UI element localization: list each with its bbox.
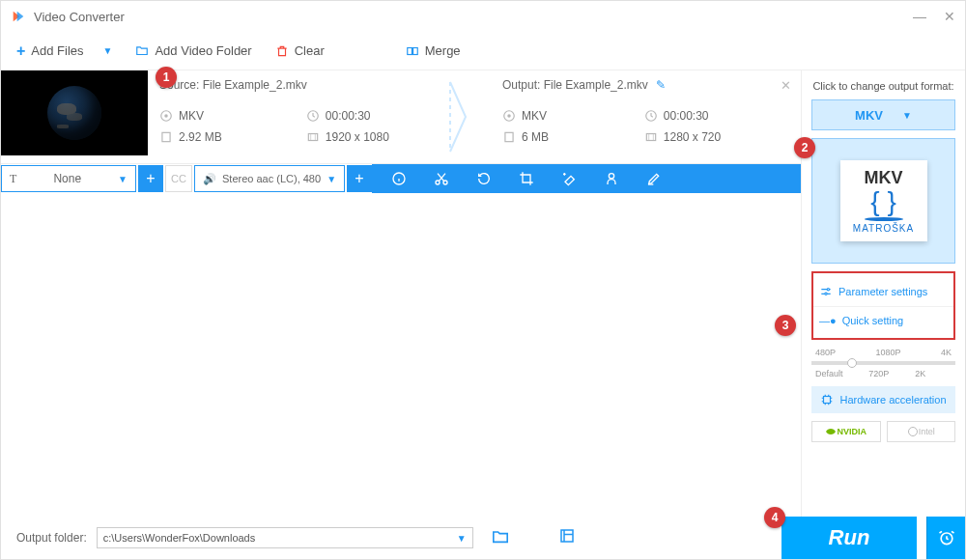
format-hint-label: Click to change output format: (811, 80, 955, 92)
format-icon (159, 109, 173, 123)
watermark-icon[interactable] (604, 171, 619, 186)
clear-label: Clear (295, 43, 325, 58)
subtitle-select[interactable]: T None ▼ (1, 165, 136, 192)
speaker-icon: 🔊 (203, 173, 216, 185)
settings-box: Parameter settings —● Quick setting (811, 271, 955, 340)
resolution-icon (306, 130, 320, 144)
svg-point-15 (609, 174, 613, 179)
add-folder-button[interactable]: Add Video Folder (135, 43, 251, 58)
format-select[interactable]: MKV ▼ (811, 99, 955, 130)
plus-icon: + (16, 42, 25, 60)
file-icon (159, 130, 173, 144)
toolbar: + Add Files ▼ Add Video Folder Clear Mer… (1, 32, 965, 70)
format-value: MKV (855, 108, 883, 123)
video-thumbnail[interactable] (1, 70, 148, 155)
svg-point-17 (825, 293, 827, 294)
svg-rect-0 (408, 47, 412, 54)
parameter-settings-button[interactable]: Parameter settings (813, 277, 953, 306)
dot-icon: —● (819, 315, 837, 326)
crop-icon[interactable] (519, 171, 534, 186)
browse-folder-icon[interactable] (491, 528, 510, 547)
svg-point-3 (164, 114, 168, 118)
quick-setting-button[interactable]: —● Quick setting (813, 306, 953, 334)
format-tile[interactable]: MKV { } MATROŠKA (811, 138, 955, 264)
window-controls: — ✕ (913, 9, 955, 24)
svg-point-19 (908, 428, 917, 436)
app-logo-icon (11, 9, 26, 24)
effects-icon[interactable] (561, 171, 577, 186)
chip-icon (820, 393, 834, 406)
output-format: MKV (502, 109, 617, 123)
add-audio-button[interactable]: + (347, 165, 372, 192)
svg-rect-11 (646, 134, 655, 141)
info-icon[interactable] (391, 171, 407, 186)
close-button[interactable]: ✕ (944, 9, 955, 24)
chevron-down-icon: ▼ (118, 174, 128, 184)
trash-icon (275, 44, 289, 58)
file-icon (502, 130, 516, 144)
app-title: Video Converter (34, 10, 125, 24)
chevron-down-icon: ▼ (457, 533, 467, 544)
mkv-logo: MKV { } MATROŠKA (840, 160, 927, 241)
source-format: MKV (159, 109, 279, 123)
svg-rect-6 (308, 134, 317, 141)
edit-output-icon[interactable]: ✎ (656, 78, 666, 92)
nvidia-badge[interactable]: NVIDIA (811, 421, 881, 442)
output-options-icon[interactable] (558, 527, 576, 548)
merge-button[interactable]: Merge (406, 43, 461, 58)
intel-icon (907, 426, 919, 437)
output-folder-input[interactable]: c:\Users\WonderFox\Downloads ▼ (97, 527, 473, 548)
resolution-icon (644, 130, 658, 144)
edit-tools (372, 171, 801, 186)
run-button[interactable]: Run (781, 517, 917, 559)
clock-icon (644, 109, 658, 123)
clock-icon (306, 109, 320, 123)
quick-setting-label: Quick setting (842, 315, 904, 326)
minimize-button[interactable]: — (913, 9, 926, 24)
format-icon (502, 109, 516, 123)
quality-slider[interactable]: 480P 1080P 4K Default 720P 2K (811, 348, 955, 378)
file-info: Source: File Example_2.mkv MKV 00:00:30 … (148, 70, 801, 163)
braces-icon: { } (840, 188, 927, 215)
alarm-icon (937, 528, 956, 547)
clear-button[interactable]: Clear (275, 43, 325, 58)
footer: Output folder: c:\Users\WonderFox\Downlo… (1, 517, 965, 559)
main-area: Source: File Example_2.mkv MKV 00:00:30 … (1, 70, 965, 517)
output-label: Output: File Example_2.mkv ✎ (502, 78, 789, 92)
add-subtitle-button[interactable]: + (138, 165, 163, 192)
output-resolution: 1280 x 720 (644, 130, 789, 144)
source-label: Source: File Example_2.mkv (159, 78, 446, 92)
svg-point-16 (827, 289, 829, 291)
folder-icon (135, 44, 149, 58)
schedule-button[interactable] (926, 517, 965, 559)
output-duration: 00:00:30 (644, 109, 789, 123)
audio-select[interactable]: 🔊 Stereo aac (LC), 480 ▼ (194, 165, 345, 192)
audio-value: Stereo aac (LC), 480 (222, 173, 321, 184)
svg-rect-20 (561, 530, 573, 542)
arrow-right-icon (446, 78, 473, 155)
hw-accel-label: Hardware acceleration (839, 394, 946, 406)
slider-handle[interactable] (847, 358, 857, 368)
output-folder-label: Output folder: (16, 531, 87, 545)
intel-badge[interactable]: Intel (887, 421, 956, 442)
svg-rect-10 (505, 132, 513, 141)
app-window: Video Converter — ✕ + Add Files ▼ Add Vi… (0, 0, 966, 560)
file-row: Source: File Example_2.mkv MKV 00:00:30 … (1, 70, 801, 164)
param-settings-label: Parameter settings (838, 286, 927, 297)
titlebar: Video Converter — ✕ (1, 1, 965, 32)
edit-icon[interactable] (646, 171, 662, 186)
hardware-accel-button[interactable]: Hardware acceleration (811, 386, 955, 413)
content-panel: Source: File Example_2.mkv MKV 00:00:30 … (1, 70, 801, 517)
cc-button[interactable]: CC (165, 165, 192, 192)
remove-file-icon[interactable]: ✕ (781, 78, 791, 93)
source-size: 2.92 MB (159, 130, 279, 144)
add-files-dropdown-icon[interactable]: ▼ (103, 45, 113, 56)
sliders-icon (819, 285, 833, 298)
rotate-icon[interactable] (476, 171, 492, 186)
cut-icon[interactable] (434, 171, 449, 186)
source-resolution: 1920 x 1080 (306, 130, 446, 144)
svg-rect-1 (412, 47, 417, 54)
sidebar: Click to change output format: MKV ▼ MKV… (801, 70, 965, 517)
add-files-button[interactable]: + Add Files (16, 42, 84, 60)
add-files-label: Add Files (31, 43, 83, 58)
